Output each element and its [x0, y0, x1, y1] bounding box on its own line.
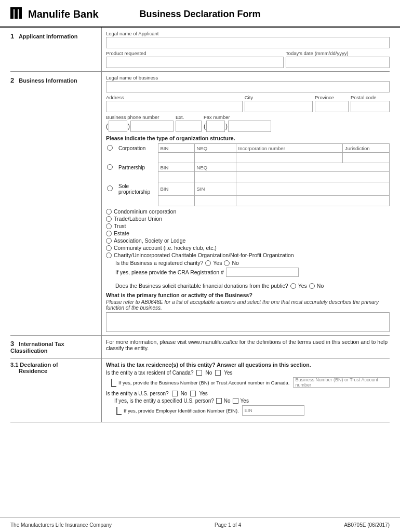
- address-field[interactable]: [106, 101, 243, 112]
- partner-radio-circle[interactable]: [107, 164, 113, 170]
- city-field[interactable]: [245, 101, 313, 112]
- trade-label: Trade/Labour Union: [114, 216, 162, 222]
- sole-bin-field[interactable]: [158, 196, 194, 206]
- ext-field[interactable]: [176, 121, 202, 132]
- other-org-types: Condominium corporation Trade/Labour Uni…: [106, 208, 390, 258]
- corp-jurisdiction-field[interactable]: [343, 153, 390, 163]
- donations-yes-radio[interactable]: [290, 283, 296, 289]
- content: 1 Applicant Information Legal name of Ap…: [0, 28, 400, 517]
- donations-no-label: No: [317, 283, 324, 289]
- section-31-content: What is the tax residence(s) of this ent…: [101, 358, 390, 422]
- fax-area-field[interactable]: [206, 121, 225, 132]
- fax-number-field[interactable]: [228, 121, 271, 132]
- partner-radio[interactable]: [106, 163, 116, 172]
- footer-company: The Manufacturers Life Insurance Company: [10, 522, 112, 528]
- registered-yes-label: Yes: [213, 260, 222, 266]
- condo-label: Condominium corporation: [114, 208, 176, 215]
- form-title: Business Declaration Form: [137, 9, 263, 20]
- radio-trust: Trust: [106, 223, 390, 229]
- canada-bn-field[interactable]: Business Number (BN) or Trust Account nu…: [293, 377, 390, 388]
- canada-no-label: No: [205, 370, 212, 376]
- us-no-checkbox[interactable]: [172, 391, 178, 396]
- phone-label: Business phone number: [106, 114, 174, 120]
- charity-radio-circle[interactable]: [106, 252, 112, 258]
- corp-neq-field[interactable]: [194, 153, 236, 163]
- charity-sub: Is the Business a registered charity? Ye…: [115, 260, 390, 289]
- sole-sin-field[interactable]: [194, 196, 236, 206]
- condo-radio-circle[interactable]: [106, 209, 112, 215]
- canada-resident-row: Is the entity a tax resident of Canada? …: [106, 370, 390, 376]
- registered-charity-label: Is the Business a registered charity?: [115, 260, 203, 266]
- legal-name-applicant-label: Legal name of Applicant: [106, 31, 390, 36]
- section-1-title: Applicant Information: [19, 33, 78, 39]
- date-group: Today's date (mmm/dd/yyyy): [286, 50, 390, 68]
- org-table: Corporation BIN NEQ Incorporation number…: [106, 143, 390, 206]
- corp-row: Corporation BIN NEQ Incorporation number…: [106, 144, 390, 153]
- product-date-row: Product requested Today's date (mmm/dd/y…: [106, 50, 390, 68]
- section-1-number: 1: [10, 32, 14, 40]
- us-specified-row: If yes, is the entity a specified U.S. p…: [114, 398, 390, 404]
- sole-radio[interactable]: [106, 182, 116, 196]
- fax-label: Fax number: [204, 114, 271, 120]
- partner-neq-label: NEQ: [194, 163, 236, 172]
- phone-area-field[interactable]: [109, 121, 127, 132]
- partner-neq-field[interactable]: [194, 172, 236, 182]
- association-radio-circle[interactable]: [106, 238, 112, 244]
- phone-number-field[interactable]: [130, 121, 174, 132]
- estate-label: Estate: [114, 230, 129, 236]
- logo-text: Manulife Bank: [28, 8, 99, 20]
- radio-estate: Estate: [106, 230, 390, 236]
- us-specified-no-checkbox[interactable]: [216, 398, 222, 404]
- registered-charity-row: Is the Business a registered charity? Ye…: [115, 260, 390, 266]
- partner-bin-field[interactable]: [158, 172, 194, 182]
- us-question: Is the entity a U.S. person?: [106, 391, 169, 396]
- fax-group: Fax number ( ): [204, 114, 271, 132]
- us-yes-checkbox[interactable]: [190, 391, 196, 396]
- cra-field[interactable]: [226, 268, 299, 277]
- corp-fields: [106, 153, 390, 163]
- section-2-label: 2 Business Information: [10, 72, 101, 335]
- corp-radio-circle[interactable]: [107, 145, 113, 151]
- sole-radio-circle[interactable]: [107, 185, 113, 191]
- footer: The Manufacturers Life Insurance Company…: [0, 517, 400, 532]
- legal-name-applicant-field[interactable]: [106, 37, 390, 48]
- address-label: Address: [106, 95, 243, 100]
- postal-field[interactable]: [351, 101, 390, 112]
- ein-field[interactable]: EIN: [242, 405, 304, 416]
- community-radio-circle[interactable]: [106, 245, 112, 251]
- us-specified-yes-checkbox[interactable]: [233, 398, 238, 404]
- trust-radio-circle[interactable]: [106, 223, 112, 229]
- date-field[interactable]: [286, 57, 390, 68]
- province-field[interactable]: [315, 101, 349, 112]
- province-group: Province: [315, 95, 349, 112]
- corp-incorp-field[interactable]: [236, 153, 343, 163]
- corp-bin-field[interactable]: [158, 153, 194, 163]
- section-3: 3 International Tax Classification For m…: [10, 336, 390, 358]
- legal-name-business-field[interactable]: [106, 81, 390, 92]
- trade-radio-circle[interactable]: [106, 216, 112, 222]
- sole-fields: [106, 196, 390, 206]
- city-label: City: [245, 95, 313, 100]
- estate-radio-circle[interactable]: [106, 231, 112, 236]
- registered-yes-radio[interactable]: [205, 260, 211, 266]
- product-field[interactable]: [106, 57, 284, 68]
- primary-function-field[interactable]: [106, 312, 390, 332]
- ein-row: If yes, provide Employer Identification …: [106, 405, 390, 416]
- radio-association: Association, Society or Lodge: [106, 237, 390, 244]
- corp-radio[interactable]: [106, 144, 116, 153]
- page-wrapper: Manulife Bank Business Declaration Form …: [0, 0, 400, 532]
- section-1-label: 1 Applicant Information: [10, 28, 101, 71]
- org-structure-title: Please indicate the type of organization…: [106, 135, 390, 141]
- corp-label: Corporation: [116, 144, 158, 153]
- registered-no-radio[interactable]: [224, 260, 230, 266]
- partner-bin-label: BIN: [158, 163, 194, 172]
- primary-function-title: What is the primary function or activity…: [106, 292, 390, 298]
- donations-no-radio[interactable]: [309, 283, 315, 289]
- canada-yes-checkbox[interactable]: [215, 370, 221, 376]
- section-2-title: Business Information: [19, 77, 77, 84]
- intl-tax-info: For more information, please visit www.m…: [106, 339, 388, 351]
- canada-no-checkbox[interactable]: [196, 370, 202, 376]
- fax-fields: ( ): [204, 121, 271, 132]
- address-group: Address: [106, 95, 243, 112]
- partner-row: Partnership BIN NEQ: [106, 163, 390, 172]
